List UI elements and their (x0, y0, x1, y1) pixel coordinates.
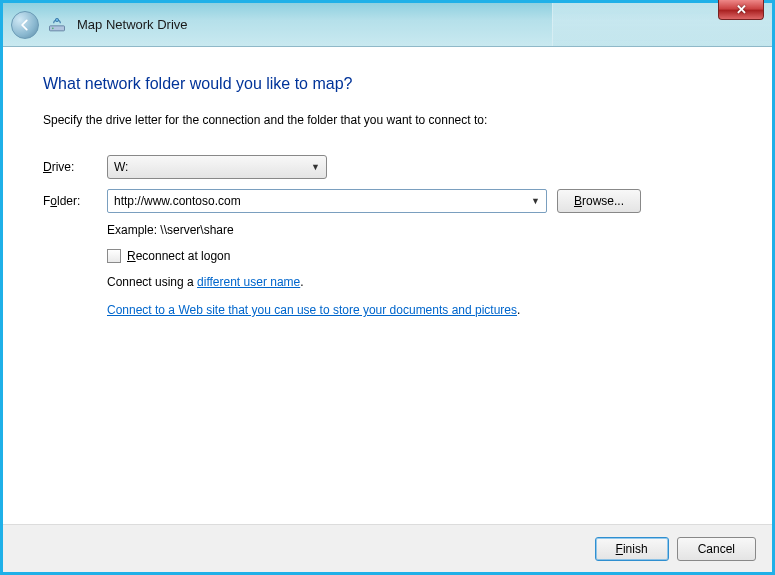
form-details: Example: \\server\share Reconnect at log… (107, 223, 732, 317)
reconnect-row: Reconnect at logon (107, 249, 732, 263)
different-user-text: Connect using a different user name. (107, 275, 732, 289)
arrow-left-icon (18, 18, 32, 32)
back-button[interactable] (11, 11, 39, 39)
connect-website-link[interactable]: Connect to a Web site that you can use t… (107, 303, 517, 317)
svg-point-1 (52, 27, 54, 29)
different-user-link[interactable]: different user name (197, 275, 300, 289)
folder-row: Folder: http://www.contoso.com ▼ Browse.… (43, 189, 732, 213)
chevron-down-icon: ▼ (531, 196, 540, 206)
drive-value: W: (114, 160, 128, 174)
reconnect-checkbox[interactable] (107, 249, 121, 263)
close-icon: ✕ (736, 2, 747, 17)
instruction-text: Specify the drive letter for the connect… (43, 113, 732, 127)
dialog-window: Map Network Drive ✕ What network folder … (0, 0, 775, 575)
svg-rect-0 (50, 25, 65, 30)
dialog-content: What network folder would you like to ma… (3, 47, 772, 524)
browse-button[interactable]: Browse... (557, 189, 641, 213)
close-button[interactable]: ✕ (718, 0, 764, 20)
cancel-button[interactable]: Cancel (677, 537, 756, 561)
web-site-text: Connect to a Web site that you can use t… (107, 303, 732, 317)
reconnect-label: Reconnect at logon (127, 249, 230, 263)
drive-row: Drive: W: ▼ (43, 155, 732, 179)
page-heading: What network folder would you like to ma… (43, 75, 732, 93)
network-drive-icon (47, 15, 67, 35)
folder-value: http://www.contoso.com (114, 194, 241, 208)
svg-point-2 (55, 18, 58, 21)
finish-button[interactable]: Finish (595, 537, 669, 561)
chevron-down-icon: ▼ (311, 162, 320, 172)
drive-select[interactable]: W: ▼ (107, 155, 327, 179)
dialog-footer: Finish Cancel (3, 524, 772, 572)
titlebar: Map Network Drive ✕ (3, 3, 772, 47)
window-title: Map Network Drive (77, 17, 188, 32)
drive-label: Drive: (43, 160, 107, 174)
folder-input[interactable]: http://www.contoso.com ▼ (107, 189, 547, 213)
example-text: Example: \\server\share (107, 223, 732, 237)
folder-label: Folder: (43, 194, 107, 208)
